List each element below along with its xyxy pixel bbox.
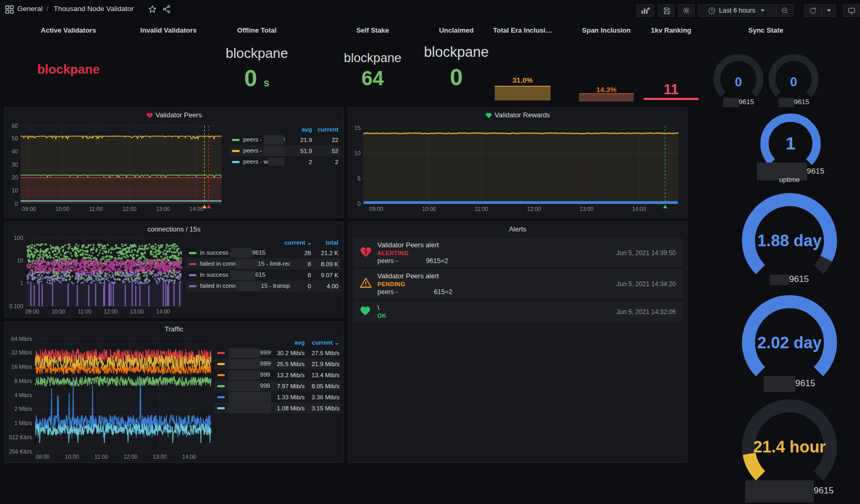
alert-row[interactable]: Validator Peers alert ALERTING peers - 9…: [353, 238, 683, 267]
traffic-chart[interactable]: 256 Kib/s512 Kib/s1 Mib/s2 Mib/s4 Mib/s8…: [6, 334, 213, 462]
redaction-box: [268, 158, 285, 166]
redaction-box: [236, 259, 258, 269]
legend-row[interactable]: in success 9615 2821.2 K: [186, 247, 341, 258]
series-color-swatch: [217, 396, 225, 398]
series-color-swatch: [189, 274, 196, 276]
heart-break-icon: [146, 112, 153, 120]
uptime-gauge-3: 21.4 hour 9615: [727, 395, 852, 502]
svg-text:10: 10: [12, 187, 18, 194]
series-color-swatch: [217, 352, 225, 354]
svg-text:64 Mib/s: 64 Mib/s: [11, 336, 32, 342]
svg-text:12:00: 12:00: [124, 453, 137, 460]
svg-text:0.100: 0.100: [9, 303, 23, 309]
svg-text:20: 20: [12, 174, 18, 180]
redaction-box: [764, 376, 795, 392]
svg-text:10:00: 10:00: [422, 206, 436, 212]
redaction-box: [770, 275, 789, 285]
heart-icon: [359, 305, 372, 319]
redaction-box: [228, 359, 260, 369]
panel-alerts: Alerts Validator Peers alert ALERTING pe…: [348, 221, 687, 463]
panel-title-uptime[interactable]: uptime: [737, 176, 842, 184]
1kv-ranking-bar: [644, 98, 698, 100]
add-panel-button[interactable]: [636, 4, 654, 17]
svg-text:09:00: 09:00: [25, 308, 39, 315]
panel-title-connections[interactable]: connections / 15s: [5, 225, 343, 233]
redaction-box: [264, 146, 285, 156]
redaction-box: [228, 370, 260, 380]
cycle-view-mode-button[interactable]: [843, 4, 860, 17]
legend-row[interactable]: 999 IN 1.08 Mib/s3.15 Mib/s: [214, 402, 341, 414]
legend-row[interactable]: peers - wa:9615 22: [229, 156, 341, 167]
stat-instance-unclaimed: blockpane: [404, 44, 509, 61]
clock-icon: [708, 7, 716, 15]
panel-title-traffic[interactable]: Traffic: [5, 325, 343, 333]
svg-text:15: 15: [354, 125, 361, 131]
svg-text:13:00: 13:00: [153, 453, 166, 460]
zoom-out-time-button[interactable]: [777, 4, 794, 17]
series-color-swatch: [232, 139, 239, 141]
svg-text:13:00: 13:00: [579, 206, 593, 212]
svg-text:13:00: 13:00: [156, 206, 169, 212]
refresh-button[interactable]: [804, 4, 822, 17]
series-color-swatch: [217, 407, 225, 409]
series-color-swatch: [232, 161, 239, 163]
svg-text:5: 5: [357, 175, 361, 182]
svg-text:60: 60: [12, 123, 18, 129]
series-color-swatch: [232, 150, 239, 152]
svg-text:50: 50: [12, 135, 18, 142]
legend-row[interactable]: 999 OUT 1.33 Mib/s3.36 Mib/s: [214, 391, 341, 402]
uptime-gauge-2: 2.02 day 9615: [727, 290, 852, 392]
legend-row[interactable]: failed in conn15 - limit-reached 88.09 K: [186, 258, 341, 269]
svg-text:09:00: 09:00: [36, 453, 49, 460]
legend-row[interactable]: 999 OUT 13.2 Mib/s13.4 Mib/s: [214, 369, 341, 380]
dashboard-settings-button[interactable]: [678, 4, 695, 17]
svg-text:14:00: 14:00: [189, 206, 203, 212]
panel-traffic: Traffic 256 Kib/s512 Kib/s1 Mib/s2 Mib/s…: [4, 321, 344, 463]
star-icon[interactable]: [148, 5, 157, 14]
validator-peers-chart[interactable]: 010203040506009:0010:0011:0012:0013:0014…: [7, 122, 226, 215]
save-dashboard-button[interactable]: [658, 4, 675, 17]
panel-validator-peers: Validator Peers 010203040506009:0010:001…: [4, 107, 344, 218]
stat-value-active-validators: blockpane: [16, 62, 121, 77]
legend-row[interactable]: 9999 OUT 30.2 Mib/s27.5 Mib/s: [214, 347, 341, 358]
legend-row[interactable]: peers - 9615 21.922: [229, 134, 341, 145]
panel-title-alerts[interactable]: Alerts: [348, 225, 687, 233]
uptime-gauge-1: 1.88 day 9615: [727, 188, 852, 285]
svg-text:1: 1: [20, 280, 23, 286]
legend-row[interactable]: 9999 IN 25.5 Mib/s21.9 Mib/s: [214, 358, 341, 369]
dashboards-grid-icon[interactable]: [5, 5, 14, 14]
svg-text:10:00: 10:00: [52, 308, 65, 315]
refresh-interval-dropdown[interactable]: [822, 4, 836, 17]
time-range-picker[interactable]: Last 6 hours: [698, 4, 777, 17]
svg-text:09:00: 09:00: [22, 206, 36, 212]
panel-title-validator-rewards[interactable]: Validator Rewards: [348, 111, 687, 120]
redaction-box: [230, 248, 252, 258]
series-color-swatch: [217, 363, 225, 365]
redaction-box: [745, 480, 814, 502]
series-color-swatch: [189, 285, 196, 287]
redaction-box: [230, 270, 255, 280]
validator-rewards-chart[interactable]: 05101509:0010:0011:0012:0013:0014:00: [352, 122, 684, 215]
connections-chart[interactable]: 0.10011010009:0010:0011:0012:0013:0014:0…: [6, 235, 185, 317]
redaction-box: [264, 135, 284, 145]
alert-row[interactable]: Validator Peers alert PENDING peers - 61…: [353, 269, 683, 298]
breadcrumb-section[interactable]: General: [17, 5, 43, 13]
svg-text:11:00: 11:00: [78, 308, 92, 315]
stat-title-sync-state: Sync State: [713, 26, 818, 34]
legend-row[interactable]: peers - :9615 51.952: [229, 145, 341, 156]
svg-text:11:00: 11:00: [475, 206, 488, 212]
panel-title-validator-peers[interactable]: Validator Peers: [5, 111, 343, 120]
share-icon[interactable]: [162, 5, 171, 14]
validator-peers-legend: avgcurrent peers - 9615 21.922 peers - :…: [229, 125, 341, 167]
svg-text:12:00: 12:00: [104, 308, 117, 315]
alert-timestamp: Jun 5, 2021 14:32:06: [616, 308, 676, 316]
legend-row[interactable]: in success 615 89.07 K: [186, 269, 341, 280]
alert-timestamp: Jun 5, 2021 14:34:20: [616, 280, 676, 288]
legend-row[interactable]: 999 IN 7.97 Mib/s8.05 Mib/s: [214, 380, 341, 391]
alert-row[interactable]: \ OK Jun 5, 2021 14:32:06: [353, 302, 683, 321]
redaction-box: [228, 348, 260, 358]
svg-text:14:00: 14:00: [156, 308, 170, 315]
series-color-swatch: [189, 252, 196, 254]
redaction-box: [228, 381, 260, 391]
legend-row[interactable]: failed in conn15 - transport-error 04.00: [186, 280, 341, 291]
